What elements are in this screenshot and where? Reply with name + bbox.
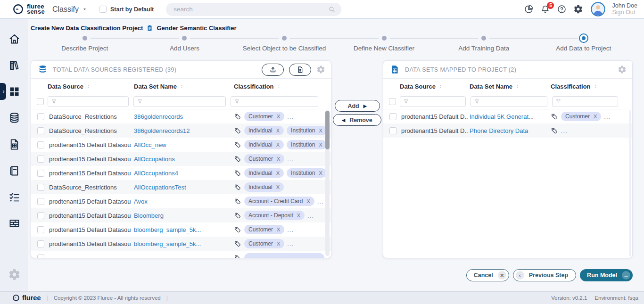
sidebar-item-book[interactable]: [0, 157, 28, 184]
step-connector: [290, 38, 334, 39]
filter-input-data-source[interactable]: [48, 96, 129, 107]
brand-logo[interactable]: fluree sense: [12, 3, 45, 15]
chip-remove-button[interactable]: X: [277, 227, 280, 232]
row-checkbox[interactable]: [37, 240, 44, 247]
export-file-button[interactable]: [289, 64, 311, 76]
more-ellipsis: ...: [604, 113, 611, 120]
row-checkbox[interactable]: [37, 198, 44, 205]
step-add-users[interactable]: Add Users: [135, 33, 235, 56]
help-icon[interactable]: [557, 4, 567, 14]
column-header-classification[interactable]: Classification: [551, 83, 632, 90]
row-checkbox[interactable]: [37, 184, 44, 191]
step-describe-project[interactable]: Describe Project: [35, 33, 135, 56]
run-model-button[interactable]: Run Model →: [580, 269, 633, 281]
cancel-button[interactable]: Cancel ✕: [466, 269, 509, 281]
sidebar-item-checklist[interactable]: [0, 184, 28, 210]
row-checkbox[interactable]: [37, 212, 44, 219]
data-set-link[interactable]: 386goldenrecords: [134, 113, 183, 120]
column-header-data-set-name[interactable]: Data Set Name: [134, 83, 234, 90]
row-checkbox[interactable]: [37, 127, 44, 134]
add-button[interactable]: Add ▶: [335, 100, 380, 112]
chip-remove-button[interactable]: X: [306, 198, 310, 204]
data-set-link[interactable]: bloomberg_sample_5k...: [134, 240, 201, 247]
chip-remove-button[interactable]: X: [277, 241, 280, 246]
data-set-link[interactable]: Phone Directory Data: [470, 127, 528, 134]
footer-divider: |: [47, 295, 48, 301]
start-by-default-toggle[interactable]: Start by Default: [99, 6, 154, 13]
sidebar-item-bricks[interactable]: [0, 210, 28, 237]
sidebar-item-library[interactable]: [0, 52, 28, 78]
sign-out-link[interactable]: Sign Out: [612, 9, 637, 16]
chip-remove-button[interactable]: X: [594, 114, 597, 119]
filter-input-classification[interactable]: [231, 96, 318, 107]
row-checkbox[interactable]: [37, 170, 44, 177]
start-by-default-checkbox[interactable]: [99, 6, 107, 13]
panel-settings-gear-icon[interactable]: [618, 65, 627, 74]
sidebar-item-database[interactable]: [0, 105, 28, 131]
wizard-stepper: Describe ProjectAdd UsersSelect Object t…: [31, 33, 644, 56]
column-header-data-source[interactable]: Data Source: [400, 83, 470, 90]
classify-menu[interactable]: Classify: [52, 5, 87, 14]
bell-icon[interactable]: 5: [540, 4, 550, 14]
step-define-new-classifier[interactable]: Define New Classifier: [334, 33, 434, 56]
sidebar-item-grid[interactable]: ›: [0, 78, 28, 105]
user-avatar[interactable]: [591, 2, 605, 16]
filter-input-classification[interactable]: [552, 96, 618, 107]
data-set-link[interactable]: Individual 5K Generat...: [470, 113, 534, 120]
data-set-link[interactable]: AllOcc_new: [134, 141, 166, 148]
scrollbar-thumb[interactable]: [325, 111, 330, 149]
sidebar-item-home[interactable]: [0, 25, 28, 52]
data-set-link[interactable]: Avox: [134, 198, 148, 205]
previous-step-button[interactable]: ‹ Previous Step: [513, 269, 576, 281]
column-header-data-set-name[interactable]: Data Set Name: [470, 83, 551, 90]
search-input[interactable]: [166, 3, 341, 16]
row-checkbox[interactable]: [37, 113, 44, 120]
chip-remove-button[interactable]: X: [276, 142, 280, 148]
database-icon: [8, 112, 21, 124]
step-add-data-to-project[interactable]: Add Data to Project: [534, 33, 634, 56]
filter-input-data-source[interactable]: [400, 96, 466, 107]
row-checkbox[interactable]: [37, 156, 44, 163]
chip-remove-button[interactable]: X: [319, 128, 322, 133]
data-set-link[interactable]: AllOccupations4: [134, 170, 178, 177]
row-checkbox[interactable]: [37, 226, 44, 233]
chip-remove-button[interactable]: X: [319, 142, 322, 148]
chip-remove-button[interactable]: X: [276, 128, 280, 133]
select-all-checkbox[interactable]: [37, 98, 44, 105]
data-set-link[interactable]: AllOccupationsTest: [134, 184, 186, 191]
chip-remove-button[interactable]: X: [297, 213, 300, 218]
filter-input-data-set-name[interactable]: [471, 96, 547, 107]
classification-chip: Account - DepositX: [244, 211, 305, 220]
chip-remove-button[interactable]: X: [276, 170, 280, 176]
upload-button[interactable]: [262, 64, 284, 76]
chip-remove-button[interactable]: X: [276, 184, 280, 190]
cell-data-set-name: AllOccupationsTest: [134, 183, 234, 191]
row-checkbox[interactable]: [37, 255, 44, 258]
chip-remove-button[interactable]: X: [319, 170, 322, 176]
sidebar-settings-gear-icon[interactable]: [8, 268, 21, 281]
left-sidebar: ›: [0, 19, 28, 291]
data-set-link[interactable]: 386goldenrecords12: [134, 127, 190, 134]
row-checkbox[interactable]: [389, 127, 396, 134]
step-add-training-data[interactable]: Add Training Data: [434, 33, 534, 56]
gear-icon[interactable]: [573, 4, 583, 14]
select-all-checkbox[interactable]: [389, 98, 396, 105]
remove-button[interactable]: ◀ Remove: [333, 114, 381, 126]
data-set-link[interactable]: bloomberg_sample_5k...: [134, 226, 201, 233]
pie-chart-icon[interactable]: [524, 4, 534, 14]
row-checkbox[interactable]: [37, 141, 44, 148]
chip-remove-button[interactable]: X: [277, 156, 280, 162]
column-header-classification[interactable]: Classification: [234, 83, 331, 90]
funnel-icon: [555, 99, 561, 105]
row-checkbox[interactable]: [389, 113, 396, 120]
data-set-link[interactable]: AllOccupations: [134, 156, 175, 163]
column-header-data-source[interactable]: Data Source: [48, 83, 134, 90]
more-ellipsis: ...: [287, 226, 294, 233]
panel-settings-gear-icon[interactable]: [316, 65, 325, 74]
sidebar-item-file-table[interactable]: [0, 131, 28, 157]
filter-input-data-set-name[interactable]: [133, 96, 226, 107]
step-select-object-to-be-classified[interactable]: Select Object to be Classified: [234, 33, 334, 56]
data-set-link[interactable]: Bloomberg: [134, 212, 164, 219]
chip-remove-button[interactable]: X: [277, 114, 280, 119]
sort-icon: [276, 84, 281, 89]
